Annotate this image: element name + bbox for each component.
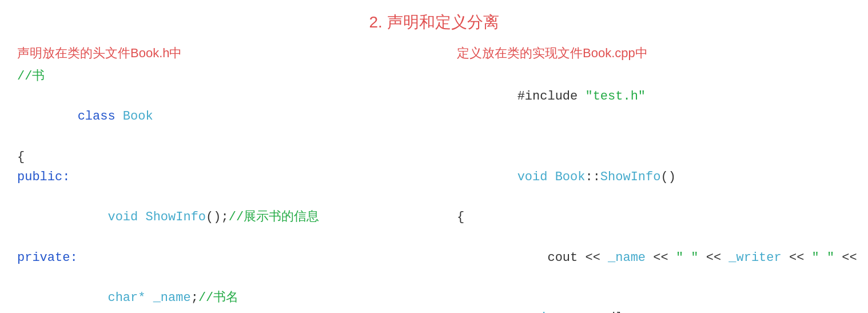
comment-book-line: //书 xyxy=(17,66,411,86)
right-code-block: #include "test.h" void Book::ShowInfo() … xyxy=(457,66,851,313)
blank-line xyxy=(457,127,851,147)
class-line: class Book xyxy=(17,86,411,147)
page-title: 2. 声明和定义分离 xyxy=(17,11,851,33)
showinfo-line: void ShowInfo();//展示书的信息 xyxy=(17,187,411,248)
brace-open-line: { xyxy=(17,147,411,167)
private-line: private: xyxy=(17,248,411,268)
left-code-block: //书 class Book { public: void ShowInfo()… xyxy=(17,66,411,313)
right-column: 定义放在类的实现文件Book.cpp中 #include "test.h" vo… xyxy=(434,45,851,313)
price-endl-line: _price << endl; xyxy=(457,288,851,313)
right-section-label: 定义放在类的实现文件Book.cpp中 xyxy=(457,45,851,62)
keyword-class: class xyxy=(78,109,123,124)
cout-line: cout << _name << " " << _writer << " " <… xyxy=(457,228,851,288)
void-showinfo-line: void Book::ShowInfo() xyxy=(457,147,851,208)
right-brace-open: { xyxy=(457,207,851,227)
class-name: Book xyxy=(123,109,153,124)
name-line: char* _name;//书名 xyxy=(17,268,411,313)
left-section-label: 声明放在类的头文件Book.h中 xyxy=(17,45,411,62)
left-column: 声明放在类的头文件Book.h中 //书 class Book { public… xyxy=(17,45,434,313)
include-line: #include "test.h" xyxy=(457,66,851,127)
public-line: public: xyxy=(17,167,411,187)
